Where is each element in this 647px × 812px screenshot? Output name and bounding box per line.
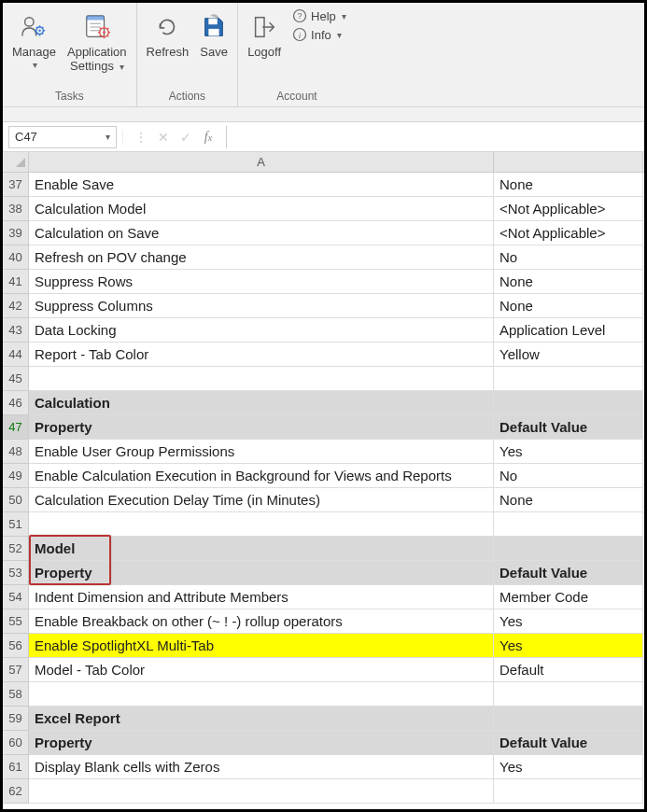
cell-b[interactable]: No — [494, 464, 643, 488]
enter-icon[interactable]: ✓ — [176, 130, 196, 145]
cell-b[interactable]: Default Value — [494, 415, 643, 440]
row-header[interactable]: 61 — [3, 755, 29, 779]
table-row: 42Suppress ColumnsNone — [3, 294, 644, 318]
cell-a[interactable]: Data Locking — [29, 318, 494, 343]
table-row: 59Excel Report — [3, 707, 644, 731]
cell-b[interactable]: <Not Applicable> — [494, 197, 643, 221]
cell-a[interactable]: Model - Tab Color — [29, 658, 494, 682]
cell-a[interactable]: Display Blank cells with Zeros — [29, 755, 494, 779]
row-header[interactable]: 50 — [3, 488, 29, 512]
select-all-corner[interactable] — [3, 152, 29, 172]
cell-b[interactable]: Yes — [494, 755, 643, 779]
cell-a[interactable]: Calculation Execution Delay Time (in Min… — [29, 488, 494, 512]
row-header[interactable]: 49 — [3, 464, 29, 488]
cell-b[interactable] — [494, 779, 643, 804]
row-header[interactable]: 54 — [3, 585, 29, 609]
cell-b[interactable]: Yes — [494, 634, 643, 658]
cell-a[interactable]: Indent Dimension and Attribute Members — [29, 585, 494, 609]
ribbon-group-actions: Refresh Save Actions — [137, 3, 239, 106]
cell-a[interactable]: Suppress Rows — [29, 270, 494, 294]
cell-a[interactable]: Calculation — [29, 391, 494, 415]
cell-b[interactable]: Default Value — [494, 561, 643, 585]
save-button[interactable]: Save — [194, 7, 233, 89]
cell-b[interactable]: No — [494, 245, 643, 270]
cell-b[interactable]: <Not Applicable> — [494, 221, 643, 245]
refresh-button[interactable]: Refresh — [141, 7, 195, 89]
cell-b[interactable] — [494, 707, 643, 731]
cell-a[interactable]: Property — [29, 731, 494, 755]
cell-a[interactable]: Enable Save — [29, 173, 494, 197]
row-header[interactable]: 37 — [3, 173, 29, 197]
cell-b[interactable]: Default Value — [494, 731, 643, 755]
cell-a[interactable]: Enable SpotlightXL Multi-Tab — [29, 634, 494, 658]
row-header[interactable]: 58 — [3, 682, 29, 707]
row-header[interactable]: 40 — [3, 245, 29, 270]
manage-button[interactable]: Manage ▾ — [7, 7, 62, 89]
cell-b[interactable]: Yes — [494, 440, 643, 464]
application-settings-button[interactable]: Application Settings ▾ — [62, 7, 133, 89]
help-button[interactable]: ? Help ▾ — [292, 8, 346, 23]
row-header[interactable]: 53 — [3, 561, 29, 585]
cell-b[interactable]: Application Level — [494, 318, 643, 343]
row-header[interactable]: 47 — [3, 415, 29, 440]
row-header[interactable]: 44 — [3, 343, 29, 367]
cell-a[interactable] — [29, 512, 494, 537]
row-header[interactable]: 55 — [3, 609, 29, 634]
fx-icon[interactable]: fx — [198, 130, 218, 145]
row-header[interactable]: 62 — [3, 779, 29, 804]
cell-b[interactable]: None — [494, 294, 643, 318]
cell-b[interactable]: None — [494, 173, 643, 197]
cell-b[interactable]: None — [494, 488, 643, 512]
row-header[interactable]: 38 — [3, 197, 29, 221]
cell-a[interactable]: Enable Calculation Execution in Backgrou… — [29, 464, 494, 488]
row-header[interactable]: 39 — [3, 221, 29, 245]
cancel-icon[interactable]: ✕ — [153, 130, 174, 145]
logoff-label: Logoff — [247, 46, 281, 60]
cell-a[interactable]: Model — [29, 537, 494, 561]
row-header[interactable]: 59 — [3, 707, 29, 731]
cell-a[interactable] — [29, 367, 494, 391]
row-header[interactable]: 43 — [3, 318, 29, 343]
cell-b[interactable] — [494, 682, 643, 707]
cell-a[interactable]: Calculation Model — [29, 197, 494, 221]
column-header-a[interactable]: A — [29, 152, 494, 172]
cell-a[interactable] — [29, 779, 494, 804]
fx-controls: ⋮ ✕ ✓ fx — [122, 130, 226, 145]
cell-b[interactable] — [494, 512, 643, 537]
formula-input[interactable] — [226, 126, 644, 148]
help-icon: ? — [292, 8, 307, 23]
cell-a[interactable]: Suppress Columns — [29, 294, 494, 318]
cell-b[interactable]: Yellow — [494, 343, 643, 367]
cell-a[interactable] — [29, 682, 494, 707]
row-header[interactable]: 48 — [3, 440, 29, 464]
row-header[interactable]: 56 — [3, 634, 29, 658]
cell-a[interactable]: Calculation on Save — [29, 221, 494, 245]
cell-b[interactable]: None — [494, 270, 643, 294]
row-header[interactable]: 46 — [3, 391, 29, 415]
info-button[interactable]: i Info ▾ — [292, 27, 342, 42]
cell-a[interactable]: Report - Tab Color — [29, 343, 494, 367]
cell-a[interactable]: Property — [29, 561, 494, 585]
row-header[interactable]: 60 — [3, 731, 29, 755]
row-header[interactable]: 52 — [3, 537, 29, 561]
cell-b[interactable]: Default — [494, 658, 643, 682]
cell-b[interactable] — [494, 367, 643, 391]
cell-a[interactable]: Enable Breakback on other (~ ! -) rollup… — [29, 609, 494, 634]
cell-a[interactable]: Excel Report — [29, 707, 494, 731]
row-header[interactable]: 42 — [3, 294, 29, 318]
cell-a[interactable]: Refresh on POV change — [29, 245, 494, 270]
logoff-button[interactable]: Logoff — [242, 7, 287, 89]
grid-body: 37Enable SaveNone38Calculation Model<Not… — [3, 173, 644, 804]
cell-a[interactable]: Property — [29, 415, 494, 440]
cell-a[interactable]: Enable User Group Permissions — [29, 440, 494, 464]
cell-b[interactable]: Member Code — [494, 585, 643, 609]
name-box[interactable]: C47 ▾ — [8, 126, 117, 148]
row-header[interactable]: 57 — [3, 658, 29, 682]
row-header[interactable]: 41 — [3, 270, 29, 294]
cell-b[interactable]: Yes — [494, 609, 643, 634]
cell-b[interactable] — [494, 537, 643, 561]
row-header[interactable]: 45 — [3, 367, 29, 391]
column-header-b[interactable] — [494, 152, 643, 172]
row-header[interactable]: 51 — [3, 512, 29, 537]
cell-b[interactable] — [494, 391, 643, 415]
